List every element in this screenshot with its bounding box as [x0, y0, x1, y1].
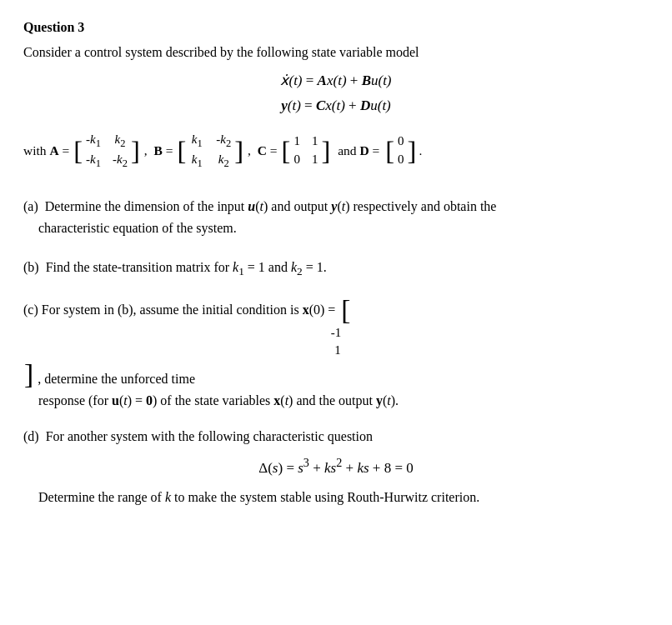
matrix-D: [ 0 0 ] — [384, 132, 417, 169]
part-c-text1: For system in (b), assume the initial co… — [42, 299, 339, 321]
part-a: (a) Determine the dimension of the input… — [23, 196, 649, 238]
matrix-C: [ 1 1 0 1 ] — [281, 132, 332, 169]
part-d-label: (d) — [23, 429, 43, 443]
part-d-text1: For another system with the following ch… — [46, 429, 373, 443]
matrices-row: with A = [ -k1 k2 -k1 -k2 ] , B = [ k1 -… — [23, 131, 649, 171]
matrix-A: [ -k1 k2 -k1 -k2 ] — [73, 131, 141, 171]
equation-2: y(t) = Cx(t) + Du(t) — [23, 98, 649, 114]
with-a-label: with A = — [23, 143, 69, 158]
part-b: (b) Find the state-transition matrix for… — [23, 257, 649, 281]
part-c: (c) For system in (b), assume the initia… — [23, 296, 649, 411]
part-c-label: (c) — [23, 299, 42, 321]
intro-text: Consider a control system described by t… — [23, 45, 649, 60]
part-a-text: Determine the dimension of the input u(t… — [45, 199, 497, 213]
part-b-label: (b) — [23, 260, 43, 274]
matrix-B: [ k1 -k2 k1 k2 ] — [176, 131, 244, 171]
matrix-x0: [ — [340, 296, 351, 324]
question-title: Question 3 — [23, 20, 649, 35]
part-b-text: Find the state-transition matrix for k1 … — [46, 260, 327, 274]
part-d: (d) For another system with the followin… — [23, 426, 649, 508]
part-d-text2: Determine the range of k to make the sys… — [38, 490, 479, 504]
part-d-equation: Δ(s) = s3 + ks2 + ks + 8 = 0 — [23, 454, 649, 480]
equation-1: ẋ(t) = Ax(t) + Bu(t) — [23, 72, 649, 89]
part-c-text3: response (for u(t) = 0) of the state var… — [38, 393, 399, 408]
part-a-label: (a) — [23, 199, 42, 213]
part-c-text2: , determine the unforced time — [38, 372, 195, 386]
